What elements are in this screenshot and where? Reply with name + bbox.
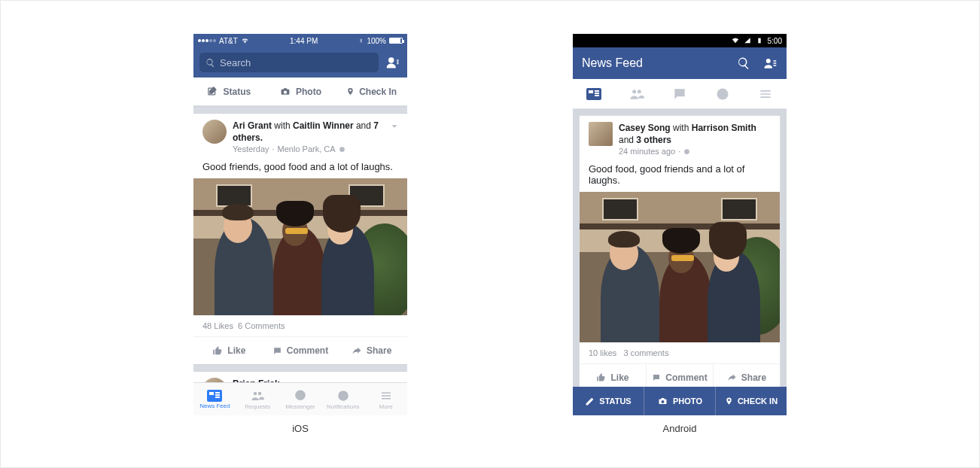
comment-icon: [672, 87, 687, 102]
like-button[interactable]: Like: [193, 337, 265, 364]
ios-caption: iOS: [193, 423, 407, 434]
android-composer-bar: STATUS PHOTO CHECK IN: [573, 387, 787, 415]
svg-rect-5: [758, 38, 760, 44]
svg-point-3: [295, 390, 306, 400]
app-bar-title: News Feed: [582, 56, 643, 70]
camera-icon: [279, 87, 291, 96]
ios-composer-bar: Status Photo Check In: [193, 77, 407, 106]
wifi-icon: [241, 38, 249, 44]
clock-label: 1:44 PM: [290, 37, 318, 45]
post-subline: Yesterday · Menlo Park, CA: [233, 144, 398, 155]
android-tab-bar: [573, 79, 787, 109]
search-input[interactable]: Search: [199, 53, 379, 72]
battery-icon: [756, 37, 763, 44]
tab-notifications[interactable]: Notifications: [321, 383, 364, 415]
like-icon: [596, 372, 606, 382]
post-actions: Like Comment Share: [193, 337, 407, 364]
composer-checkin-button[interactable]: CHECK IN: [716, 387, 787, 415]
search-icon: [205, 58, 215, 68]
pin-icon: [346, 86, 355, 97]
pencil-icon: [585, 397, 595, 406]
feed-gap: [193, 364, 407, 372]
ios-device: AT&T 1:44 PM 100% Search: [193, 34, 407, 434]
carrier-label: AT&T: [219, 37, 238, 45]
post-1: Ari Grant with Caitlin Winner and 7 othe…: [193, 114, 407, 364]
tab-requests[interactable]: [616, 79, 659, 108]
post-card: Casey Song with Harrison Smith and 3 oth…: [579, 115, 781, 391]
post-text: Good food, good friends and a lot of lau…: [580, 160, 780, 192]
share-button[interactable]: Share: [336, 337, 407, 364]
post-photo[interactable]: [193, 178, 407, 315]
svg-point-4: [338, 391, 348, 401]
share-icon: [352, 346, 362, 356]
tab-news-feed[interactable]: [573, 79, 616, 108]
signal-icon: [744, 37, 751, 44]
pin-icon: [725, 396, 733, 406]
feed-gap: [193, 106, 407, 114]
android-caption: Android: [573, 423, 787, 434]
avatar[interactable]: [589, 122, 613, 146]
camera-icon: [657, 397, 668, 406]
svg-point-6: [717, 88, 728, 99]
battery-label: 100%: [367, 37, 386, 45]
search-icon[interactable]: [737, 56, 750, 70]
messenger-icon: [294, 389, 307, 403]
globe-icon: [715, 87, 730, 102]
post-text: Good friends, good food and a lot of lau…: [193, 158, 407, 178]
add-friend-icon[interactable]: [385, 56, 401, 69]
comment-icon: [652, 373, 661, 382]
bluetooth-icon: [358, 37, 364, 44]
post-stats[interactable]: 48 Likes 6 Comments: [193, 315, 407, 337]
ios-top-bar: Search: [193, 47, 407, 77]
post-author-line[interactable]: Casey Song with Harrison Smith and 3 oth…: [619, 122, 771, 146]
clock-label: 5:00: [768, 37, 782, 45]
android-status-bar: 5:00: [573, 34, 787, 47]
composer-photo-button[interactable]: PHOTO: [644, 387, 716, 415]
wifi-icon: [732, 37, 739, 44]
share-icon: [727, 373, 737, 382]
post-photo[interactable]: [580, 192, 780, 342]
search-placeholder: Search: [220, 57, 251, 68]
tab-messages[interactable]: [659, 79, 702, 108]
tab-messenger[interactable]: Messenger: [279, 383, 322, 415]
tab-news-feed[interactable]: News Feed: [193, 383, 236, 415]
composer-checkin-button[interactable]: Check In: [336, 77, 407, 105]
composer-status-button[interactable]: STATUS: [573, 387, 644, 415]
composer-photo-button[interactable]: Photo: [265, 77, 336, 105]
add-friend-icon[interactable]: [762, 56, 778, 70]
like-icon: [212, 345, 223, 356]
ios-screen: AT&T 1:44 PM 100% Search: [193, 34, 407, 415]
menu-icon: [758, 87, 773, 102]
battery-icon: [389, 38, 403, 44]
tab-more[interactable]: More: [364, 383, 407, 415]
friends-icon: [629, 87, 644, 102]
composer-status-button[interactable]: Status: [193, 77, 265, 105]
tab-notifications[interactable]: [701, 79, 744, 108]
post-stats[interactable]: 10 likes 3 comments: [580, 342, 780, 363]
ios-status-bar: AT&T 1:44 PM 100%: [193, 34, 407, 47]
tab-requests[interactable]: Requests: [236, 383, 279, 415]
globe-icon: [683, 148, 690, 155]
android-screen: 5:00 News Feed Case: [573, 34, 787, 415]
feed-icon: [586, 88, 601, 100]
post-author-line[interactable]: Ari Grant with Caitlin Winner and 7 othe…: [233, 120, 398, 144]
globe-icon: [339, 146, 345, 153]
ios-tab-bar: News Feed Requests Messenger Notificatio…: [193, 382, 407, 415]
globe-icon: [336, 389, 350, 403]
tab-more[interactable]: [744, 79, 787, 108]
avatar[interactable]: [202, 120, 227, 144]
compose-icon: [207, 86, 218, 97]
comment-icon: [272, 346, 282, 356]
feed-icon: [207, 390, 222, 402]
comment-button[interactable]: Comment: [265, 337, 336, 364]
android-app-bar: News Feed: [573, 47, 787, 79]
android-device: 5:00 News Feed Case: [573, 34, 787, 434]
post-subline: 24 minutes ago ·: [619, 146, 771, 157]
signal-dots-icon: [198, 39, 216, 42]
svg-point-7: [684, 149, 689, 154]
svg-point-1: [339, 147, 345, 152]
friends-icon: [251, 389, 264, 403]
menu-icon: [379, 389, 393, 403]
chevron-down-icon[interactable]: [389, 121, 400, 132]
